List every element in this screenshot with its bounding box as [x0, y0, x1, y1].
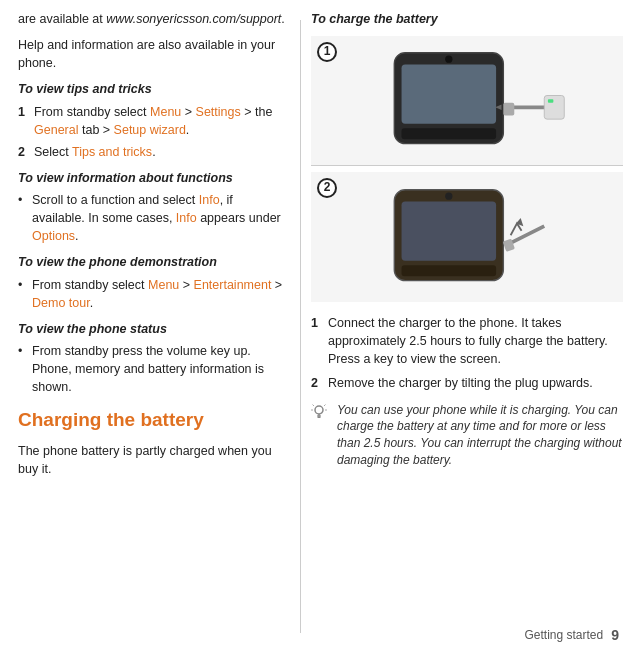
phone-images: 1 [311, 36, 623, 304]
phone-charger-svg-2 [367, 180, 567, 295]
charge-step-1-text: Connect the charger to the phone. It tak… [328, 314, 623, 368]
footer: Getting started 9 [524, 627, 619, 643]
svg-line-21 [324, 404, 326, 406]
svg-rect-2 [402, 128, 497, 139]
image-1-number: 1 [317, 42, 337, 62]
right-column: To charge the battery 1 [301, 10, 637, 643]
status-bullet-1: From standby press the volume key up. Ph… [18, 342, 286, 396]
tips-steps-list: 1 From standby select Menu > Settings > … [18, 103, 286, 161]
demo-bullets-list: From standby select Menu > Entertainment… [18, 276, 286, 312]
info-bullets-list: Scroll to a function and select Info, if… [18, 191, 286, 245]
charge-step-2-text: Remove the charger by tilting the plug u… [328, 374, 593, 392]
svg-rect-7 [548, 99, 553, 103]
svg-rect-10 [402, 201, 497, 260]
status-bullets-list: From standby press the volume key up. Ph… [18, 342, 286, 396]
status-heading: To view the phone status [18, 320, 286, 338]
tip-icon [311, 402, 329, 469]
phone-charger-svg-1 [367, 43, 567, 158]
left-column: are available at www.sonyericsson.com/su… [0, 10, 300, 643]
svg-rect-1 [402, 65, 497, 124]
tips-step-1: 1 From standby select Menu > Settings > … [18, 103, 286, 139]
tip-text: You can use your phone while it is charg… [337, 402, 623, 469]
support-url-text: are available at www.sonyericsson.com/su… [18, 10, 286, 28]
svg-rect-6 [544, 96, 564, 120]
svg-line-20 [313, 404, 315, 406]
svg-point-3 [445, 56, 452, 63]
phone-image-1: 1 [311, 36, 623, 166]
help-info-text: Help and information are also available … [18, 36, 286, 72]
tips-heading: To view tips and tricks [18, 80, 286, 98]
image-2-number: 2 [317, 178, 337, 198]
footer-label: Getting started [524, 628, 603, 642]
charge-step-1: 1 Connect the charger to the phone. It t… [311, 314, 623, 368]
charge-steps-list: 1 Connect the charger to the phone. It t… [311, 314, 623, 392]
svg-rect-11 [402, 265, 497, 276]
svg-point-16 [315, 406, 323, 414]
charging-section-heading: Charging the battery [18, 406, 286, 434]
charge-step-2: 2 Remove the charger by tilting the plug… [311, 374, 623, 392]
info-heading: To view information about functions [18, 169, 286, 187]
page: are available at www.sonyericsson.com/su… [0, 0, 637, 653]
footer-page-number: 9 [611, 627, 619, 643]
lightbulb-icon [311, 404, 327, 420]
charging-section-body: The phone battery is partly charged when… [18, 442, 286, 478]
tip-box: You can use your phone while it is charg… [311, 402, 623, 469]
info-bullet-1: Scroll to a function and select Info, if… [18, 191, 286, 245]
svg-point-12 [445, 192, 452, 199]
phone-image-2: 2 [311, 172, 623, 302]
tips-step-2: 2 Select Tips and tricks. [18, 143, 286, 161]
charge-heading: To charge the battery [311, 10, 623, 28]
demo-heading: To view the phone demonstration [18, 253, 286, 271]
demo-bullet-1: From standby select Menu > Entertainment… [18, 276, 286, 312]
svg-rect-5 [503, 103, 514, 116]
